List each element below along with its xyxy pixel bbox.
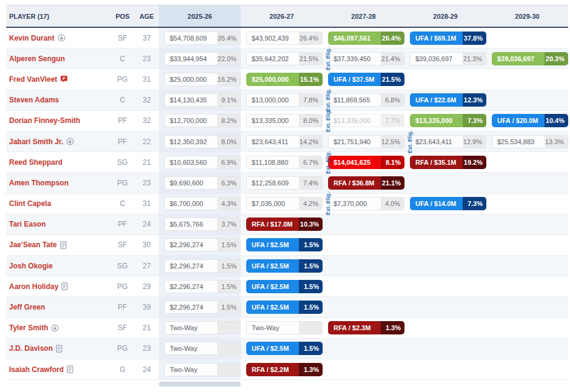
player-cell: Fred VanVleetP — [6, 69, 110, 89]
player-position: C — [110, 90, 135, 110]
player-name-link[interactable]: Tari Eason — [9, 220, 45, 228]
contract-note-icon[interactable] — [60, 241, 67, 249]
season-cell-2025-26: $2,296,2741.5% — [159, 297, 241, 317]
player-cell: Jeff Green — [6, 297, 110, 317]
badge-label: RFA / $2.3M — [328, 321, 381, 334]
cap-percent: 13.3% — [545, 136, 568, 148]
contract-note-icon[interactable] — [56, 345, 62, 353]
cap-percent: 1.3% — [381, 321, 404, 334]
badge-label: RFA / $17.0M — [246, 218, 299, 231]
player-position: G — [110, 359, 135, 379]
cap-percent: 20.3% — [545, 52, 568, 65]
cap-percent: 21.1% — [381, 176, 404, 190]
player-age: 23 — [135, 339, 159, 359]
badge-label: UFA / $2.5M — [246, 280, 299, 293]
column-header-age[interactable]: AGE — [135, 5, 159, 27]
salary-cell: $43,902,43926.4% — [246, 32, 323, 45]
season-cell-2026-27: UFA / $2.5M1.5% — [241, 297, 323, 317]
salary-value: $14,130,435 — [165, 94, 217, 106]
cap-percent: 1.5% — [217, 281, 240, 293]
season-cell-2027-28: Ext. Elig.$7,370,0004.0% — [323, 194, 404, 214]
player-name-link[interactable]: J.D. Davison — [9, 344, 53, 353]
ufa-estimate-cell: UFA / $2.5M1.5% — [246, 238, 323, 251]
player-name-link[interactable]: Reed Sheppard — [9, 158, 62, 167]
season-cell-2028-29 — [404, 276, 486, 296]
cap-percent: 4.3% — [217, 198, 240, 210]
cap-percent: 1.5% — [299, 280, 323, 293]
cap-percent: 10.3% — [299, 218, 323, 231]
ufa-estimate-cell: UFA / $22.6M12.3% — [410, 93, 486, 107]
season-cell-2027-28: Ext. Elig.$11,869,5656.8% — [323, 90, 404, 110]
cap-percent: 4.2% — [299, 198, 322, 210]
player-name-link[interactable]: Steven Adams — [9, 96, 59, 104]
season-cell-2027-28 — [323, 339, 404, 359]
player-name-link[interactable]: Jeff Green — [9, 303, 45, 311]
salary-value: Two-Way — [165, 364, 217, 376]
salary-cell: $7,370,0004.0% — [328, 197, 404, 210]
player-name-link[interactable]: Dorian Finney-Smith — [9, 116, 80, 125]
player-name-link[interactable]: Jabari Smith Jr. — [9, 138, 63, 146]
cap-percent: 7.7% — [381, 115, 404, 127]
player-age: 21 — [135, 318, 159, 338]
season-cell-2028-29 — [404, 69, 486, 89]
player-name-link[interactable]: Clint Capela — [9, 199, 51, 208]
column-header-s2[interactable]: 2027-28 — [323, 5, 404, 27]
salary-value: $33,944,954 — [165, 53, 217, 65]
season-cell-2028-29: UFA / $22.6M12.3% — [404, 90, 486, 110]
player-name-link[interactable]: Jae'Sean Tate — [9, 241, 57, 249]
player-cell: Kevin Durant — [6, 28, 110, 48]
player-name-link[interactable]: Fred VanVleet — [9, 75, 57, 84]
trade-restriction-icon[interactable] — [66, 138, 74, 145]
season-cell-2029-30 — [486, 235, 568, 255]
season-cell-2029-30: UFA / $20.0M10.4% — [486, 111, 568, 131]
salary-value: $7,035,000 — [247, 198, 299, 210]
badge-label: UFA / $20.0M — [492, 114, 545, 127]
salary-cell: $12,700,0008.2% — [164, 114, 241, 127]
column-header-s4[interactable]: 2029-30 — [486, 5, 568, 27]
column-header-s3[interactable]: 2028-29 — [404, 5, 486, 27]
player-name-link[interactable]: Tyler Smith — [9, 324, 48, 332]
player-name-link[interactable]: Josh Okogie — [9, 262, 53, 270]
player-name-link[interactable]: Isaiah Crawford — [9, 365, 64, 374]
column-header-s1[interactable]: 2026-27 — [241, 5, 323, 27]
salary-value: $6,700,000 — [165, 198, 217, 210]
player-position: PG — [110, 339, 135, 359]
player-option-icon[interactable]: P — [60, 75, 68, 83]
salary-cell: $33,944,95422.0% — [164, 52, 241, 65]
column-header-player[interactable]: PLAYER (17) — [6, 5, 110, 27]
badge-label: $14,041,625 — [328, 156, 381, 169]
cap-percent: 9.1% — [217, 94, 240, 106]
trade-restriction-icon[interactable] — [58, 34, 65, 42]
player-position: SF — [110, 235, 135, 255]
player-position: SG — [110, 256, 135, 276]
player-name-link[interactable]: Aaron Holiday — [9, 282, 58, 291]
player-row: Dorian Finney-SmithPF32$12,700,0008.2%$1… — [6, 111, 568, 131]
contract-note-icon[interactable] — [67, 365, 73, 373]
player-name-link[interactable]: Amen Thompson — [9, 179, 69, 187]
contract-note-icon[interactable] — [61, 282, 68, 290]
season-cell-2027-28 — [323, 359, 404, 379]
player-row: Steven AdamsC32$14,130,4359.1%$13,000,00… — [6, 90, 568, 111]
season-cell-2029-30: $25,534,88313.3% — [486, 131, 568, 151]
column-header-s0[interactable]: 2025-26 — [159, 5, 241, 27]
player-option-cell: $46,097,56126.4% — [328, 32, 404, 45]
season-cell-2028-29: RFA / $35.1M19.2% — [404, 152, 486, 172]
player-row: Josh OkogieSG27$2,296,2741.5%UFA / $2.5M… — [6, 256, 568, 276]
salary-value: $23,643,411 — [247, 136, 299, 148]
column-header-pos[interactable]: POS — [110, 5, 135, 27]
ufa-estimate-cell: UFA / $2.5M1.5% — [246, 301, 323, 314]
player-name-link[interactable]: Kevin Durant — [9, 34, 55, 42]
trade-restriction-icon[interactable] — [51, 324, 59, 332]
season-cell-2029-30 — [486, 194, 568, 214]
horizontal-scrollbar-thumb[interactable] — [159, 382, 241, 387]
player-row: Kevin DurantSF37$54,708,60935.4%$43,902,… — [6, 28, 568, 48]
season-cell-2025-26: Two-Way — [159, 318, 241, 338]
badge-label: UFA / $2.5M — [246, 301, 299, 314]
salary-value: $10,603,560 — [165, 156, 217, 168]
season-cell-2027-28 — [323, 256, 404, 276]
season-cell-2028-29: UFA / $14.0M7.3% — [404, 194, 486, 214]
season-cell-2027-28: $46,097,56126.4% — [323, 28, 404, 48]
season-cell-2028-29 — [404, 214, 486, 234]
player-age: 32 — [135, 111, 159, 131]
player-name-link[interactable]: Alperen Sengun — [9, 55, 65, 63]
